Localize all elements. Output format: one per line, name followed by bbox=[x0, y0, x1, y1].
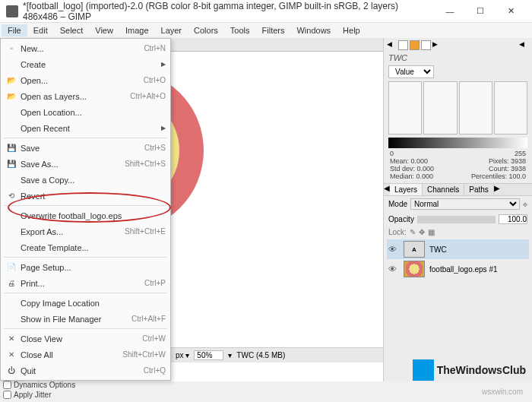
dock-arrow-left-icon[interactable]: ◀ bbox=[387, 40, 397, 50]
menu-item-revert[interactable]: ⟲Revert bbox=[1, 188, 170, 204]
menu-item-shortcut: Ctrl+O bbox=[144, 76, 166, 84]
menu-image[interactable]: Image bbox=[119, 24, 155, 36]
blend-icon[interactable]: ⟐ bbox=[523, 200, 527, 208]
watermark: TheWindowsClub bbox=[413, 359, 526, 381]
canvas-statusbar: px ▾ 50% ▾ TWC (4.5 MB) bbox=[171, 347, 383, 362]
dock-arrow-right-icon[interactable]: ▶ bbox=[432, 40, 442, 50]
menu-item-save[interactable]: 💾SaveCtrl+S bbox=[1, 140, 170, 156]
menubar: File Edit Select View Image Layer Colors… bbox=[0, 23, 532, 38]
apply-jitter-checkbox[interactable] bbox=[3, 391, 11, 399]
layer-list: 👁 A TWC 👁 football_logo.eps #1 bbox=[384, 238, 532, 280]
layer-item[interactable]: 👁 A TWC bbox=[387, 239, 529, 259]
file-menu-dropdown: ▫New...Ctrl+NCreate▶📂Open...Ctrl+O📂Open … bbox=[0, 38, 171, 381]
menu-item-page-setup[interactable]: 📄Page Setup... bbox=[1, 259, 170, 275]
menu-item-icon: 📂 bbox=[5, 91, 17, 102]
menu-item-icon: 💾 bbox=[5, 159, 17, 169]
menu-item-icon bbox=[5, 210, 17, 221]
menu-item-icon: ✕ bbox=[5, 350, 17, 360]
layer-tab-arrow-right-icon[interactable]: ▶ bbox=[494, 184, 500, 195]
mode-select[interactable]: Normal bbox=[410, 198, 520, 210]
menu-separator bbox=[4, 328, 167, 329]
menu-layer[interactable]: Layer bbox=[155, 24, 188, 36]
minimize-button[interactable]: — bbox=[435, 1, 465, 22]
menu-windows[interactable]: Windows bbox=[290, 24, 337, 36]
menu-edit[interactable]: Edit bbox=[27, 24, 54, 36]
menu-item-shortcut: Ctrl+P bbox=[144, 279, 166, 287]
visibility-icon[interactable]: 👁 bbox=[388, 245, 399, 254]
visibility-icon[interactable]: 👁 bbox=[388, 264, 399, 274]
menu-help[interactable]: Help bbox=[337, 24, 366, 36]
menu-filters[interactable]: Filters bbox=[256, 24, 291, 36]
menu-item-save-as[interactable]: 💾Save As...Shift+Ctrl+S bbox=[1, 156, 170, 172]
dock-tab-1[interactable] bbox=[398, 40, 408, 50]
submenu-arrow-icon: ▶ bbox=[161, 125, 166, 131]
mode-label: Mode bbox=[388, 200, 407, 208]
menu-item-close-all[interactable]: ✕Close AllShift+Ctrl+W bbox=[1, 347, 170, 362]
menu-item-icon: 💾 bbox=[5, 143, 17, 154]
menu-item-label: Open Location... bbox=[21, 108, 166, 117]
menu-item-export-as[interactable]: Export As...Shift+Ctrl+E bbox=[1, 223, 170, 239]
lock-alpha-icon[interactable]: ▦ bbox=[428, 228, 435, 236]
menu-item-create[interactable]: Create▶ bbox=[1, 56, 170, 72]
menu-tools[interactable]: Tools bbox=[224, 24, 256, 36]
opacity-slider[interactable] bbox=[417, 216, 496, 223]
menu-file[interactable]: File bbox=[2, 24, 27, 36]
dock-tab-2[interactable] bbox=[410, 40, 420, 50]
menu-item-overwrite-football-logo-eps[interactable]: Overwrite football_logo.eps bbox=[1, 207, 170, 223]
menu-item-open-as-layers[interactable]: 📂Open as Layers...Ctrl+Alt+O bbox=[1, 88, 170, 104]
menu-item-label: Copy Image Location bbox=[21, 299, 166, 308]
menu-item-copy-image-location[interactable]: Copy Image Location bbox=[1, 295, 170, 311]
menu-separator bbox=[4, 257, 167, 258]
menu-item-label: Print... bbox=[21, 279, 144, 288]
menu-colors[interactable]: Colors bbox=[188, 24, 224, 36]
layer-tab-arrow-left-icon[interactable]: ◀ bbox=[384, 184, 390, 195]
windows-logo-icon bbox=[413, 359, 434, 381]
menu-select[interactable]: Select bbox=[54, 24, 90, 36]
menu-item-label: Open... bbox=[21, 76, 144, 85]
tab-paths[interactable]: Paths bbox=[464, 184, 494, 195]
unit-select[interactable]: px ▾ bbox=[176, 351, 189, 359]
menu-item-icon bbox=[5, 123, 17, 134]
menu-item-show-in-file-manager[interactable]: Show in File ManagerCtrl+Alt+F bbox=[1, 311, 170, 327]
menu-item-quit[interactable]: ⏻QuitCtrl+Q bbox=[1, 362, 170, 378]
lock-pixels-icon[interactable]: ✎ bbox=[410, 228, 416, 236]
menu-item-open-location[interactable]: Open Location... bbox=[1, 104, 170, 120]
menu-item-close-view[interactable]: ✕Close ViewCtrl+W bbox=[1, 331, 170, 347]
tool-options-peek: Dynamics Options Apply Jitter bbox=[3, 381, 75, 399]
menu-item-new[interactable]: ▫New...Ctrl+N bbox=[1, 40, 170, 56]
dock-tabs[interactable]: ◀ ▶ ◀ bbox=[384, 38, 532, 52]
status-text: TWC (4.5 MB) bbox=[236, 351, 285, 359]
gradient-strip[interactable] bbox=[388, 138, 527, 148]
menu-item-icon bbox=[5, 298, 17, 309]
titlebar: *[football_logo] (imported)-2.0 (RGB col… bbox=[0, 0, 532, 23]
dock-menu-icon[interactable]: ◀ bbox=[519, 40, 529, 50]
menu-item-save-a-copy[interactable]: Save a Copy... bbox=[1, 172, 170, 188]
zoom-select[interactable]: 50% bbox=[194, 350, 223, 360]
menu-item-open-recent[interactable]: Open Recent▶ bbox=[1, 120, 170, 136]
close-button[interactable]: ✕ bbox=[496, 1, 526, 22]
lock-label: Lock: bbox=[388, 228, 407, 236]
layer-item[interactable]: 👁 football_logo.eps #1 bbox=[387, 259, 529, 279]
menu-view[interactable]: View bbox=[89, 24, 119, 36]
opacity-input[interactable] bbox=[499, 214, 527, 224]
channel-select[interactable]: Value bbox=[388, 65, 434, 78]
menu-separator bbox=[4, 205, 167, 206]
histogram-title: TWC bbox=[384, 52, 532, 64]
menu-item-icon: ▫ bbox=[5, 43, 17, 54]
menu-item-create-template[interactable]: Create Template... bbox=[1, 239, 170, 255]
dynamics-options-expand[interactable] bbox=[3, 381, 11, 389]
menu-separator bbox=[4, 293, 167, 293]
menu-item-shortcut: Ctrl+Q bbox=[144, 366, 166, 375]
menu-item-icon: ✕ bbox=[5, 334, 17, 344]
dock-tab-3[interactable] bbox=[421, 40, 431, 50]
lock-position-icon[interactable]: ✥ bbox=[419, 228, 425, 236]
maximize-button[interactable]: ☐ bbox=[465, 1, 496, 22]
menu-item-icon bbox=[5, 175, 17, 185]
menu-item-shortcut: Ctrl+W bbox=[142, 334, 166, 343]
tab-channels[interactable]: Channels bbox=[423, 184, 464, 195]
menu-item-open[interactable]: 📂Open...Ctrl+O bbox=[1, 72, 170, 88]
menu-item-print[interactable]: 🖨Print...Ctrl+P bbox=[1, 275, 170, 291]
layer-name[interactable]: TWC bbox=[429, 245, 447, 254]
layer-name[interactable]: football_logo.eps #1 bbox=[429, 265, 498, 274]
tab-layers[interactable]: Layers bbox=[390, 184, 423, 195]
